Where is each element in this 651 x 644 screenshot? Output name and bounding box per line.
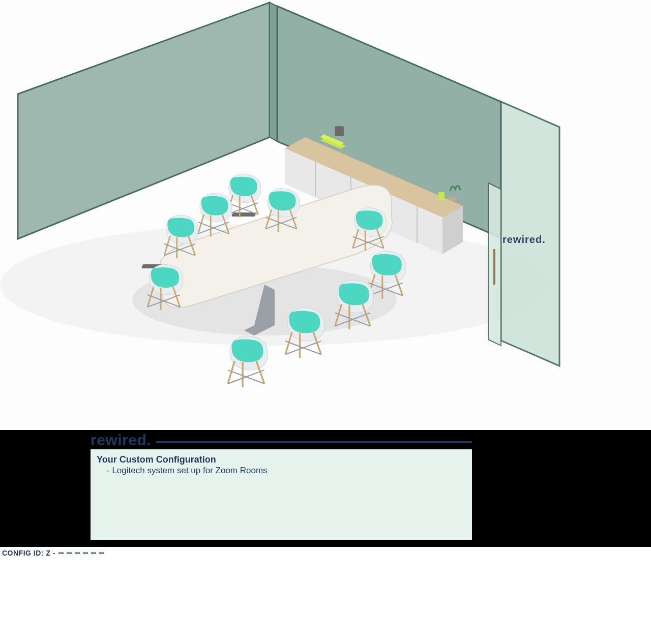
config-id-segment (91, 553, 96, 554)
config-id-segment (75, 553, 80, 554)
config-id-label: CONFIG ID: Z - (2, 549, 55, 557)
brand-logo-row: rewired. (91, 432, 472, 448)
svg-marker-2 (270, 3, 277, 141)
config-id-segment (58, 553, 64, 554)
svg-rect-20 (231, 212, 256, 217)
svg-point-18 (449, 197, 457, 201)
svg-rect-6 (493, 249, 495, 285)
config-card: Your Custom Configuration - Logitech sys… (91, 449, 472, 540)
svg-marker-1 (18, 3, 270, 239)
svg-rect-16 (335, 126, 344, 136)
config-id-segment (67, 553, 72, 554)
brand-logo-rule (156, 441, 472, 443)
config-id-footer: CONFIG ID: Z - (0, 547, 104, 559)
brand-logo: rewired. (91, 432, 151, 449)
svg-rect-17 (438, 192, 445, 200)
door-glass-logo: rewired. (502, 234, 546, 246)
config-id-segment (99, 553, 104, 554)
config-card-item: - Logitech system set up for Zoom Rooms (97, 465, 466, 477)
config-id-segment (83, 553, 88, 554)
config-card-title: Your Custom Configuration (97, 454, 466, 465)
room-illustration: rewired. (0, 0, 651, 430)
